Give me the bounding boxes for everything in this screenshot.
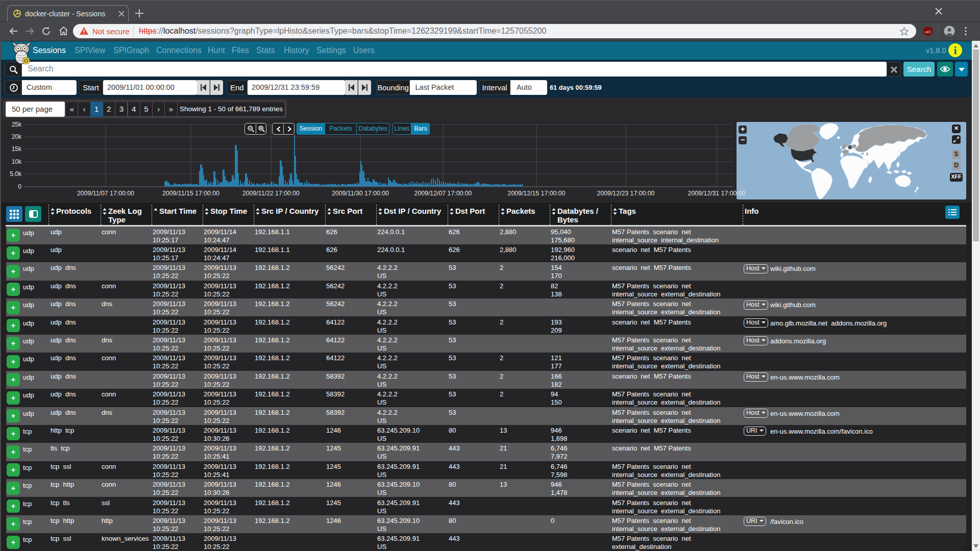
svg-text:2009/11/30 17:00:00: 2009/11/30 17:00:00 xyxy=(332,190,389,197)
svg-text:2009/11/07 17:00:00: 2009/11/07 17:00:00 xyxy=(77,190,134,197)
svg-text:2009/12/31 17:00:00: 2009/12/31 17:00:00 xyxy=(688,190,746,197)
svg-text:2009/12/15 17:00:00: 2009/12/15 17:00:00 xyxy=(508,190,566,197)
svg-text:2009/11/15 17:00:00: 2009/11/15 17:00:00 xyxy=(162,190,219,197)
svg-text:2009/12/23 17:00:00: 2009/12/23 17:00:00 xyxy=(597,190,655,197)
svg-text:uO: uO xyxy=(925,30,931,34)
svg-text:2009/11/22 17:00:00: 2009/11/22 17:00:00 xyxy=(242,190,300,197)
svg-text:2009/12/07 17:00:00: 2009/12/07 17:00:00 xyxy=(414,190,472,197)
